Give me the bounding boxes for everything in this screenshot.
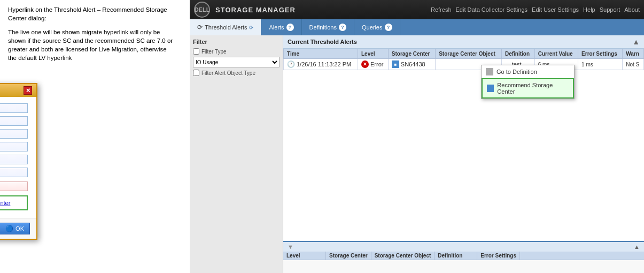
- ok-icon: 🔵: [5, 225, 13, 232]
- alerts-table: Time Level Storage Center Storage Center…: [283, 49, 644, 70]
- error-badge-icon: ✕: [361, 60, 369, 68]
- alert-object-type-input[interactable]: [0, 116, 28, 126]
- scroll-up-icon[interactable]: ▲: [632, 37, 640, 46]
- support-link[interactable]: Support: [600, 6, 620, 13]
- filter-panel: Filter Filter Type IO Usage Filter Alert…: [190, 35, 283, 273]
- volume-row: Volume: [0, 168, 28, 177]
- context-menu: Go to Definition Recommend Storage Cente…: [481, 65, 575, 99]
- left-description-panel: Hyperlink on the Threshold Alert – Recom…: [0, 0, 184, 73]
- description-para-1: Hyperlink on the Threshold Alert – Recom…: [8, 5, 176, 22]
- dialog-body: Type Alert Object Type Alert Definition …: [0, 97, 36, 218]
- cell-error-settings: 1 ms: [578, 59, 623, 70]
- filter-type-label: Filter Type: [201, 49, 227, 55]
- ctx-recommend-storage-center[interactable]: Recommend Storage Center: [482, 78, 574, 98]
- alert-definition-row: Alert Definition: [0, 129, 28, 139]
- level-status: ✕ Error: [361, 60, 383, 68]
- col-definition: Definition: [501, 49, 534, 59]
- filter-type-row: Filter Type: [193, 48, 280, 55]
- edit-collector-link[interactable]: Edit Data Collector Settings: [456, 6, 528, 13]
- bottom-col-sc-object: Storage Center Object: [371, 252, 435, 260]
- definitions-help-icon: ?: [339, 24, 346, 31]
- description-para-2: The live one will be shown migrate hyper…: [8, 28, 176, 62]
- topbar: DELL STORAGE MANAGER Refresh Edit Data C…: [190, 0, 644, 19]
- cell-storage-center: ■ SN64438: [388, 59, 435, 70]
- tab-definitions[interactable]: Definitions ?: [302, 19, 354, 35]
- filter-title: Filter: [193, 39, 280, 45]
- recommend-reason-row: Recommend Reason: [0, 155, 28, 164]
- bottom-section: ▼ ▲ Level Storage Center Storage Center …: [283, 241, 644, 273]
- col-current-value: Current Value: [534, 49, 578, 59]
- col-warn: Warn: [623, 49, 644, 59]
- recommend-reason-input[interactable]: [0, 155, 28, 164]
- refresh-link[interactable]: Refresh: [431, 6, 452, 13]
- table-row[interactable]: 🕐 1/26/16 11:13:22 PM ✕ Error: [284, 59, 644, 70]
- storage-center-icon: ■: [392, 60, 399, 68]
- current-sc-input[interactable]: [0, 142, 28, 151]
- io-usage-select[interactable]: IO Usage: [193, 57, 280, 67]
- recommended-sc-input[interactable]: [0, 181, 28, 191]
- main-panel: Current Threshold Alerts ▲ Time Level St…: [283, 35, 644, 273]
- application-window: DELL STORAGE MANAGER Refresh Edit Data C…: [190, 0, 644, 273]
- recommend-sc-icon: [487, 85, 494, 92]
- dialog-titlebar: ▦ Recommend Storage Center ✕: [0, 84, 36, 97]
- filter-object-type-row: Filter Alert Object Type: [193, 70, 280, 76]
- current-alerts-title: Current Threshold Alerts: [288, 39, 357, 45]
- row-status-icon: 🕐 1/26/16 11:13:22 PM: [287, 60, 351, 68]
- live-migrate-text: Live migrate the volume to the recommend…: [0, 200, 10, 206]
- volume-input[interactable]: [0, 168, 28, 177]
- app-title: STORAGE MANAGER: [215, 6, 431, 14]
- refresh-icon: ⟳: [197, 24, 203, 31]
- go-to-definition-icon: [486, 68, 493, 75]
- help-link[interactable]: Help: [583, 6, 595, 13]
- dialog-close-button[interactable]: ✕: [24, 86, 32, 95]
- ok-button[interactable]: 🔵 OK: [0, 223, 30, 234]
- about-link[interactable]: About: [624, 6, 640, 13]
- alert-object-type-row: Alert Object Type: [0, 116, 28, 126]
- alert-definition-input[interactable]: [0, 129, 28, 139]
- type-field-row: Type: [0, 103, 28, 113]
- bottom-col-error-settings: Error Settings: [477, 252, 520, 260]
- cell-warn: Not S: [623, 59, 644, 70]
- topbar-links: Refresh Edit Data Collector Settings Edi…: [431, 6, 640, 13]
- bottom-col-sc: Storage Center: [326, 252, 371, 260]
- type-input[interactable]: [0, 103, 28, 113]
- bottom-table-header: Level Storage Center Storage Center Obje…: [283, 252, 644, 260]
- content-area: Filter Filter Type IO Usage Filter Alert…: [190, 35, 644, 273]
- nav-tabs: ⟳ Threshold Alerts ⟳ Alerts ? Definition…: [190, 19, 644, 35]
- live-migrate-link[interactable]: ✿ Live migrate the volume to the recomme…: [0, 195, 28, 210]
- filter-alert-object-checkbox[interactable]: [193, 70, 199, 76]
- current-sc-row: Current Storage Center: [0, 142, 28, 151]
- cell-time: 🕐 1/26/16 11:13:22 PM: [284, 59, 358, 70]
- recommend-dialog: ▦ Recommend Storage Center ✕ Type Alert …: [0, 83, 37, 240]
- dell-logo: DELL: [194, 2, 210, 18]
- queries-help-icon: ?: [385, 24, 392, 31]
- ctx-go-to-definition[interactable]: Go to Definition: [482, 65, 574, 78]
- current-alerts-header: Current Threshold Alerts ▲: [283, 35, 644, 49]
- filter-type-checkbox[interactable]: [193, 48, 199, 55]
- col-level: Level: [358, 49, 388, 59]
- col-storage-center: Storage Center: [388, 49, 435, 59]
- bottom-col-definition: Definition: [434, 252, 477, 260]
- sc-status: ■ SN64438: [392, 60, 425, 68]
- tab-threshold-alerts[interactable]: ⟳ Threshold Alerts ⟳: [190, 19, 261, 35]
- dialog-footer: ? Help ✕ Cancel 🔵 OK: [0, 218, 36, 239]
- filter-alert-object-label: Filter Alert Object Type: [201, 70, 255, 76]
- alerts-help-icon: ?: [286, 24, 294, 31]
- bottom-col-level: Level: [283, 252, 326, 260]
- col-sc-object: Storage Center Object: [436, 49, 502, 59]
- col-error-settings: Error Settings: [578, 49, 623, 59]
- tab-queries[interactable]: Queries ?: [354, 19, 400, 35]
- edit-user-link[interactable]: Edit User Settings: [532, 6, 579, 13]
- scroll-down-icon[interactable]: ▲: [634, 244, 640, 250]
- tab-alerts[interactable]: Alerts ?: [261, 19, 301, 35]
- clock-icon: 🕐: [287, 60, 295, 68]
- bottom-section-header: ▼ ▲: [283, 242, 644, 252]
- recommended-sc-row: Recommended Storage Center: [0, 180, 28, 192]
- cell-level: ✕ Error: [358, 59, 388, 70]
- tab-refresh-icon: ⟳: [249, 25, 253, 31]
- col-time: Time: [284, 49, 358, 59]
